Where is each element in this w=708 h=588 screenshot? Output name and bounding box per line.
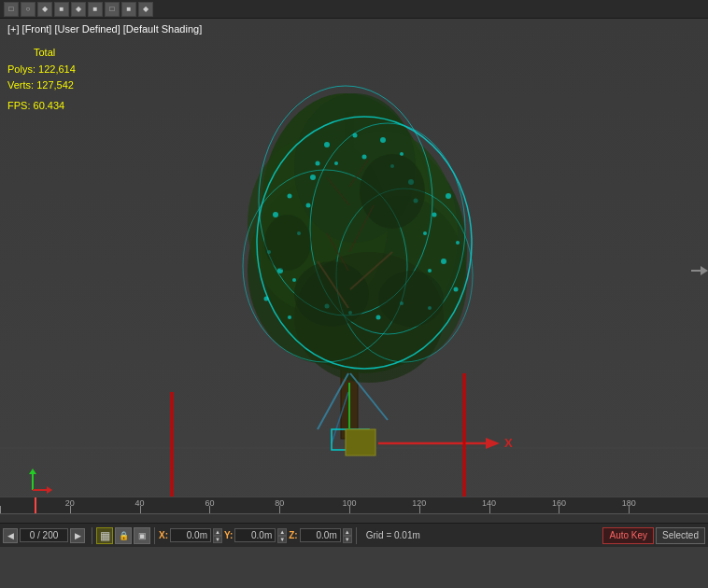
toolbar-icon-4[interactable]: ■ <box>54 2 69 17</box>
svg-point-48 <box>294 261 369 327</box>
svg-marker-76 <box>29 469 36 474</box>
toolbar-icon-1[interactable]: □ <box>4 2 19 17</box>
fps-label: FPS: <box>7 100 30 111</box>
stats-total-header: Total <box>34 45 76 62</box>
selected-button[interactable]: Selected <box>656 527 705 544</box>
autokey-button[interactable]: Auto Key <box>602 527 654 544</box>
svg-marker-78 <box>47 486 52 494</box>
svg-point-24 <box>456 241 460 245</box>
verts-label: Verts: <box>7 79 34 91</box>
ruler-tick-label: 160 <box>552 498 566 508</box>
svg-point-30 <box>380 137 386 143</box>
svg-point-21 <box>288 315 291 319</box>
separator-2 <box>154 527 155 544</box>
viewport: [+] [Front] [User Defined] [Default Shad… <box>0 19 708 523</box>
svg-point-41 <box>334 161 338 165</box>
svg-point-49 <box>360 154 425 229</box>
toolbar-icon-3[interactable]: ◆ <box>37 2 52 17</box>
svg-point-23 <box>432 213 437 217</box>
grid-field: Grid = 0.01m <box>366 530 420 540</box>
timeline-ruler[interactable]: 20406080100120140160180 <box>0 497 708 513</box>
x-coord-label: X: <box>159 530 168 540</box>
y-coord-label: Y: <box>224 530 233 540</box>
svg-point-22 <box>446 193 451 199</box>
svg-point-42 <box>362 155 367 160</box>
ruler-tick-label: 100 <box>342 498 356 508</box>
x-down-btn[interactable]: ▼ <box>213 536 222 543</box>
next-frame-button[interactable]: ▶ <box>70 528 85 543</box>
lock-icon[interactable]: 🔒 <box>115 527 132 544</box>
svg-point-16 <box>273 212 278 217</box>
stats-fps-row: FPS: 60.434 <box>7 98 76 115</box>
x-coord-input[interactable] <box>170 528 211 542</box>
status-bar: ◀ 0 / 200 ▶ ▦ 🔒 ▣ X: ▲ ▼ Y: ▲ ▼ Z: ▲ ▼ <box>0 523 708 547</box>
selection-tool-icon[interactable]: ▦ <box>96 527 113 544</box>
separator-3 <box>356 527 357 544</box>
svg-point-26 <box>454 287 459 292</box>
svg-rect-62 <box>346 429 375 455</box>
polys-label: Polys: <box>7 63 35 75</box>
x-coord-field: X: ▲ ▼ <box>159 528 222 543</box>
z-coord-spinner[interactable]: ▲ ▼ <box>343 528 352 543</box>
frame-display[interactable]: 0 / 200 <box>20 528 68 542</box>
toolbar-icon-9[interactable]: ◆ <box>138 2 153 17</box>
svg-marker-64 <box>486 438 500 449</box>
svg-point-34 <box>306 203 311 208</box>
svg-point-25 <box>441 259 446 264</box>
z-coord-input[interactable] <box>300 528 341 542</box>
svg-point-29 <box>353 133 358 138</box>
x-coord-spinner[interactable]: ▲ ▼ <box>213 528 222 543</box>
toolbar-icon-5[interactable]: ◆ <box>71 2 86 17</box>
svg-point-35 <box>292 278 296 282</box>
fps-value: 60.434 <box>34 100 65 111</box>
toolbar-icon-7[interactable]: □ <box>105 2 120 17</box>
ruler-tick-label: 120 <box>412 498 426 508</box>
top-toolbar: □ ○ ◆ ■ ◆ ■ □ ■ ◆ <box>0 0 708 19</box>
svg-point-51 <box>264 215 311 271</box>
tree-visualization: X <box>0 19 708 523</box>
x-up-btn[interactable]: ▲ <box>213 528 222 536</box>
stats-verts-row: Verts: 127,542 <box>7 77 76 94</box>
toolbar-icon-8[interactable]: ■ <box>121 2 136 17</box>
transform-icon[interactable]: ▣ <box>134 527 150 544</box>
ruler-tick <box>0 506 1 513</box>
y-coord-input[interactable] <box>234 528 276 542</box>
y-up-btn[interactable]: ▲ <box>277 528 287 536</box>
ruler-tick-label: 140 <box>482 498 496 508</box>
grid-label: Grid = 0.01m <box>366 530 420 540</box>
svg-point-17 <box>288 194 292 199</box>
svg-point-36 <box>310 175 316 180</box>
z-coord-field: Z: ▲ ▼ <box>289 528 351 543</box>
verts-value: 127,542 <box>36 79 74 91</box>
svg-point-45 <box>376 315 381 320</box>
svg-point-37 <box>423 231 427 235</box>
viewport-label: [+] [Front] [User Defined] [Default Shad… <box>7 23 202 35</box>
timeline-scrubber[interactable] <box>0 513 708 523</box>
ruler-tick-label: 60 <box>205 498 214 508</box>
timeline-wrapper: 20406080100120140160180 <box>0 497 708 523</box>
svg-point-20 <box>264 297 269 301</box>
toolbar-icons: □ ○ ◆ ■ ◆ ■ □ ■ ◆ <box>0 2 157 17</box>
svg-text:X: X <box>504 436 513 450</box>
ruler-tick-label: 80 <box>275 498 284 508</box>
stats-polys-row: Polys: 122,614 <box>7 62 76 78</box>
toolbar-icon-6[interactable]: ■ <box>88 2 103 17</box>
y-coord-field: Y: ▲ ▼ <box>224 528 287 543</box>
z-coord-label: Z: <box>289 530 297 540</box>
svg-point-39 <box>428 269 432 273</box>
z-up-btn[interactable]: ▲ <box>343 528 352 536</box>
svg-point-50 <box>378 271 444 327</box>
y-coord-spinner[interactable]: ▲ ▼ <box>277 528 287 543</box>
svg-point-32 <box>316 161 320 166</box>
toolbar-icon-2[interactable]: ○ <box>21 2 35 17</box>
ruler-tick-label: 40 <box>135 498 145 508</box>
playhead <box>35 497 36 513</box>
stats-panel: Total Polys: 122,614 Verts: 127,542 FPS:… <box>7 45 76 114</box>
y-down-btn[interactable]: ▼ <box>277 536 287 543</box>
svg-marker-80 <box>701 266 708 275</box>
z-down-btn[interactable]: ▼ <box>343 536 352 543</box>
separator-1 <box>92 527 92 544</box>
ruler-tick-label: 20 <box>65 498 75 508</box>
prev-frame-button[interactable]: ◀ <box>3 528 18 543</box>
polys-value: 122,614 <box>38 63 76 75</box>
